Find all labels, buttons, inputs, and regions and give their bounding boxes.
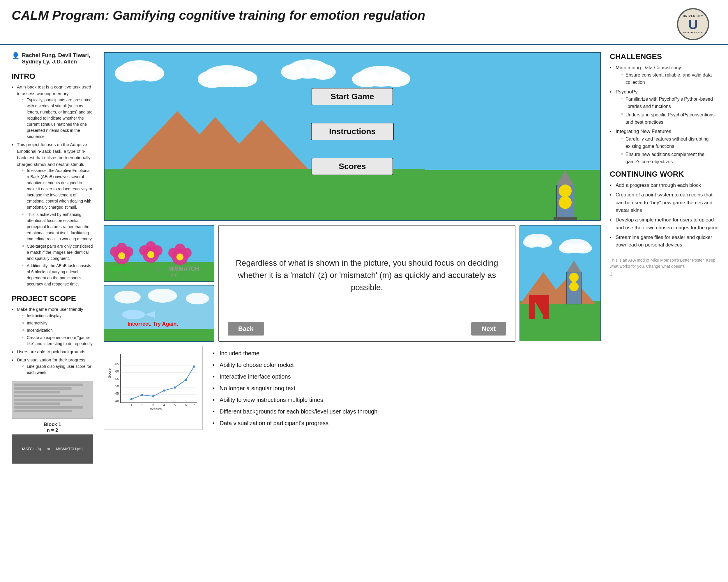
svg-text:65: 65 xyxy=(115,362,119,366)
svg-rect-68 xyxy=(529,295,549,301)
scope-sublist-3: Line graph displaying user score for eac… xyxy=(22,363,93,376)
challenge-1-sub-1: Ensure consistent, reliable, and valid d… xyxy=(621,72,719,86)
svg-rect-15 xyxy=(105,169,425,220)
svg-text:60: 60 xyxy=(115,369,119,373)
intro-list: An n-back test is a cognitive task used … xyxy=(11,84,93,287)
svg-point-59 xyxy=(573,243,592,253)
intro-sub-2-2: This is achieved by enhancing attentiona… xyxy=(22,212,93,242)
logo-bottom-text: NORTH STATE xyxy=(683,31,703,34)
svg-marker-17 xyxy=(556,170,574,185)
intro-sublist-2: In essence, the Adaptive Emotional n-Bac… xyxy=(22,168,93,287)
challenge-2-sub: Familiarize with PsychoPy's Python-based… xyxy=(621,96,719,126)
svg-text:4: 4 xyxy=(163,403,165,407)
right-game-svg xyxy=(520,225,601,341)
logo-circle: UNIVERSITY U NORTH STATE xyxy=(677,8,709,40)
challenge-2-sub-1: Familiarize with PsychoPy's Python-based… xyxy=(621,96,719,110)
challenge-3-sub-1: Carefully add features without disruptin… xyxy=(621,136,719,150)
thumbnail-area: Block 1 n = 2 MATCH (a) or MISMATCH (m) xyxy=(11,381,93,464)
university-logo: UNIVERSITY U NORTH STATE xyxy=(670,8,717,40)
svg-text:or: or xyxy=(157,267,161,272)
svg-text:1: 1 xyxy=(130,403,132,407)
challenge-2-text: PsychoPy xyxy=(616,89,638,94)
back-button[interactable]: Back xyxy=(228,322,264,335)
challenge-1-text: Maintaining Data Consistency xyxy=(616,65,681,71)
svg-point-95 xyxy=(152,395,154,397)
features-list: Included theme Ability to choose color r… xyxy=(213,348,601,428)
author-names: Rachel Fung, Devli Tiwari, Sydney Ly, J.… xyxy=(22,52,93,65)
feature-item-3: Interactive interface options xyxy=(213,371,601,382)
svg-point-64 xyxy=(569,273,579,282)
challenge-3-sub: Carefully add features without disruptin… xyxy=(621,136,719,166)
chart-box: Score Weeks 40 45 50 55 60 65 xyxy=(104,346,203,430)
feature-item-1: Included theme xyxy=(213,348,601,358)
svg-text:MATCH: MATCH xyxy=(110,266,131,272)
start-game-label: Start Game xyxy=(331,92,374,101)
challenge-item-3: Integrating New Features Carefully add f… xyxy=(610,128,719,166)
svg-text:3: 3 xyxy=(152,403,154,407)
or-text: or xyxy=(47,447,50,451)
match-word: MATCH xyxy=(22,447,35,451)
svg-point-27 xyxy=(118,252,125,259)
thumb-line-6 xyxy=(14,403,60,405)
scope-sublist-1: Instructions display Interactivity Incen… xyxy=(22,313,93,347)
match-label: MATCH (a) xyxy=(22,447,41,451)
challenges-title: CHALLENGES xyxy=(610,52,719,61)
svg-text:7: 7 xyxy=(193,403,195,407)
page-title: CALM Program: Gamifying cognitive traini… xyxy=(11,8,425,23)
svg-point-93 xyxy=(130,398,132,400)
svg-point-8 xyxy=(310,64,336,80)
challenge-1-sub: Ensure consistent, reliable, and valid d… xyxy=(621,72,719,86)
feature-item-7: Data visualization of participant's prog… xyxy=(213,418,601,428)
left-column: 👤 Rachel Fung, Devli Tiwari, Sydney Ly, … xyxy=(0,52,99,464)
svg-rect-20 xyxy=(553,217,577,220)
logo-u-letter: U xyxy=(688,18,698,31)
main-content: 👤 Rachel Fung, Devli Tiwari, Sydney Ly, … xyxy=(0,45,728,471)
challenge-item-1: Maintaining Data Consistency Ensure cons… xyxy=(610,64,719,86)
svg-point-97 xyxy=(174,386,176,388)
thumb-lines xyxy=(14,384,90,416)
mismatch-sub: (m) xyxy=(77,447,83,451)
intro-item-2-text: This project focuses on the Adaptive Emo… xyxy=(17,142,90,167)
match-thumb: MATCH (a) or MISMATCH (m) xyxy=(11,435,93,464)
game-screenshot-incorrect: Incorrect. Try Again. xyxy=(104,285,214,342)
svg-text:40: 40 xyxy=(115,399,119,403)
svg-point-1 xyxy=(115,64,141,82)
svg-rect-50 xyxy=(128,310,136,314)
svg-text:45: 45 xyxy=(115,392,119,395)
svg-point-7 xyxy=(281,64,307,80)
scope-sub-1-4: Create an experience more "game-like" an… xyxy=(22,335,93,347)
svg-text:50: 50 xyxy=(115,384,119,388)
screenshot-thumbnail-1 xyxy=(11,381,93,419)
instructions-box: Regardless of what is shown in the pictu… xyxy=(218,225,515,342)
start-game-button[interactable]: Start Game xyxy=(312,88,393,105)
scores-button[interactable]: Scores xyxy=(312,158,393,175)
challenge-item-2: PsychoPy Familiarize with PsychoPy's Pyt… xyxy=(610,88,719,126)
scope-item-1: Make the game more user friendly Instruc… xyxy=(11,306,93,347)
challenge-3-sub-2: Ensure new additions complement the game… xyxy=(621,151,719,166)
continuing-item-3: Develop a simple method for users to upl… xyxy=(610,216,719,232)
svg-text:6: 6 xyxy=(185,403,187,407)
instructions-paragraph: Regardless of what is shown in the pictu… xyxy=(228,257,506,294)
header: CALM Program: Gamifying cognitive traini… xyxy=(0,0,728,45)
scope-sub-1-2: Interactivity xyxy=(22,320,93,326)
feature-item-2: Ability to choose color rocket xyxy=(213,360,601,370)
block-label-text: Block 1 xyxy=(44,422,61,427)
center-column: Start Game Instructions Scores xyxy=(99,52,606,430)
block-sublabel-text: n = 2 xyxy=(47,427,58,433)
next-button[interactable]: Next xyxy=(471,322,506,335)
match-sub: (a) xyxy=(36,447,41,451)
svg-point-56 xyxy=(535,237,552,248)
flowers-svg: MATCH (a) or MISMATCH (m) xyxy=(104,225,214,282)
mismatch-word: MISMATCH xyxy=(56,447,76,451)
svg-text:(a): (a) xyxy=(109,272,115,277)
svg-text:Score: Score xyxy=(107,368,111,378)
svg-point-65 xyxy=(569,282,579,291)
scope-item-3: Data visualization for their progress Li… xyxy=(11,357,93,376)
continuing-item-2: Creation of a point system to earn coins… xyxy=(610,191,719,214)
challenge-2-sub-2: Understand specific PsychoPy conventions… xyxy=(621,111,719,126)
scope-item-1-text: Make the game more user friendly xyxy=(17,307,83,312)
author-icon: 👤 xyxy=(11,52,20,65)
instructions-button-main[interactable]: Instructions xyxy=(311,123,394,140)
intro-sub-2-4: Additionally, the AEnB task consists of … xyxy=(22,263,93,287)
intro-sub-2-1: In essence, the Adaptive Emotional n-Bac… xyxy=(22,168,93,211)
